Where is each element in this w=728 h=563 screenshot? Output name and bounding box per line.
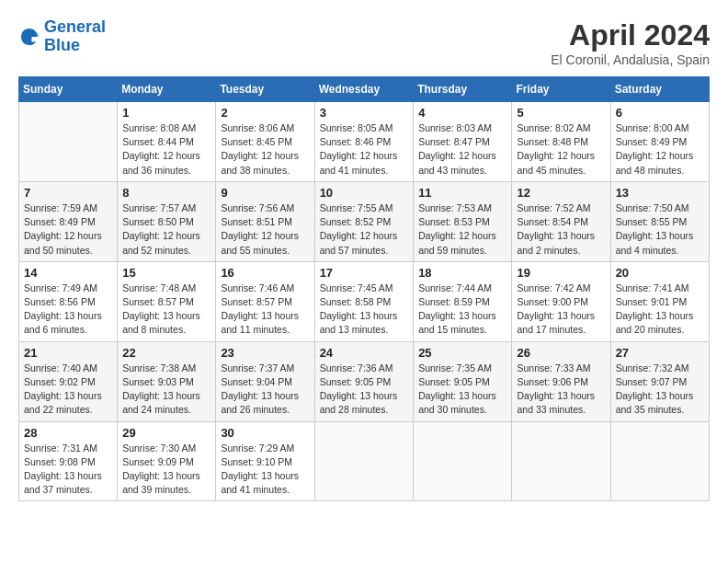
week-row-5: 28Sunrise: 7:31 AM Sunset: 9:08 PM Dayli… (19, 421, 710, 501)
column-header-tuesday: Tuesday (216, 77, 314, 102)
calendar-table: SundayMondayTuesdayWednesdayThursdayFrid… (18, 76, 710, 501)
day-info: Sunrise: 7:49 AM Sunset: 8:56 PM Dayligh… (24, 282, 112, 338)
day-info: Sunrise: 7:46 AM Sunset: 8:57 PM Dayligh… (221, 282, 309, 338)
day-number: 10 (320, 186, 409, 200)
calendar-cell: 2Sunrise: 8:06 AM Sunset: 8:45 PM Daylig… (216, 102, 314, 182)
week-row-2: 7Sunrise: 7:59 AM Sunset: 8:49 PM Daylig… (19, 181, 710, 261)
day-info: Sunrise: 7:45 AM Sunset: 8:58 PM Dayligh… (320, 282, 409, 338)
day-info: Sunrise: 8:08 AM Sunset: 8:44 PM Dayligh… (122, 121, 210, 178)
calendar-cell: 15Sunrise: 7:48 AM Sunset: 8:57 PM Dayli… (118, 261, 216, 341)
day-info: Sunrise: 7:56 AM Sunset: 8:51 PM Dayligh… (221, 201, 309, 258)
day-info: Sunrise: 7:31 AM Sunset: 9:08 PM Dayligh… (24, 442, 112, 498)
day-number: 5 (517, 106, 605, 120)
calendar-cell: 26Sunrise: 7:33 AM Sunset: 9:06 PM Dayli… (512, 341, 610, 421)
day-number: 7 (24, 186, 112, 200)
day-info: Sunrise: 7:52 AM Sunset: 8:54 PM Dayligh… (517, 201, 605, 258)
column-header-saturday: Saturday (610, 77, 709, 102)
day-number: 4 (418, 106, 506, 120)
day-info: Sunrise: 7:42 AM Sunset: 9:00 PM Dayligh… (517, 282, 605, 338)
title-block: April 2024 El Coronil, Andalusia, Spain (551, 18, 710, 67)
day-info: Sunrise: 7:57 AM Sunset: 8:50 PM Dayligh… (122, 201, 210, 258)
calendar-cell: 17Sunrise: 7:45 AM Sunset: 8:58 PM Dayli… (314, 261, 414, 341)
day-number: 15 (122, 266, 210, 280)
day-info: Sunrise: 8:06 AM Sunset: 8:45 PM Dayligh… (221, 121, 309, 178)
calendar-cell: 25Sunrise: 7:35 AM Sunset: 9:05 PM Dayli… (414, 341, 512, 421)
column-header-sunday: Sunday (19, 77, 118, 102)
day-info: Sunrise: 8:00 AM Sunset: 8:49 PM Dayligh… (616, 121, 704, 178)
day-number: 21 (24, 346, 112, 360)
calendar-cell: 29Sunrise: 7:30 AM Sunset: 9:09 PM Dayli… (118, 421, 216, 501)
day-info: Sunrise: 7:55 AM Sunset: 8:52 PM Dayligh… (320, 201, 409, 258)
calendar-subtitle: El Coronil, Andalusia, Spain (551, 52, 710, 67)
day-number: 27 (616, 346, 704, 360)
day-number: 29 (122, 426, 210, 440)
calendar-cell: 20Sunrise: 7:41 AM Sunset: 9:01 PM Dayli… (610, 261, 709, 341)
calendar-cell: 6Sunrise: 8:00 AM Sunset: 8:49 PM Daylig… (610, 102, 709, 182)
day-number: 1 (122, 106, 210, 120)
calendar-cell: 9Sunrise: 7:56 AM Sunset: 8:51 PM Daylig… (216, 181, 314, 261)
column-header-thursday: Thursday (414, 77, 512, 102)
calendar-cell: 14Sunrise: 7:49 AM Sunset: 8:56 PM Dayli… (19, 261, 118, 341)
header: General Blue April 2024 El Coronil, Anda… (18, 18, 710, 67)
calendar-cell: 21Sunrise: 7:40 AM Sunset: 9:02 PM Dayli… (19, 341, 118, 421)
day-info: Sunrise: 7:36 AM Sunset: 9:05 PM Dayligh… (320, 362, 409, 418)
day-number: 25 (418, 346, 506, 360)
day-number: 23 (221, 346, 309, 360)
day-info: Sunrise: 7:44 AM Sunset: 8:59 PM Dayligh… (418, 282, 506, 338)
day-number: 8 (122, 186, 210, 200)
day-info: Sunrise: 7:29 AM Sunset: 9:10 PM Dayligh… (221, 442, 309, 498)
calendar-cell: 1Sunrise: 8:08 AM Sunset: 8:44 PM Daylig… (118, 102, 216, 182)
day-info: Sunrise: 7:53 AM Sunset: 8:53 PM Dayligh… (418, 201, 506, 258)
day-info: Sunrise: 8:02 AM Sunset: 8:48 PM Dayligh… (517, 121, 605, 178)
day-info: Sunrise: 7:41 AM Sunset: 9:01 PM Dayligh… (616, 282, 704, 338)
calendar-cell: 18Sunrise: 7:44 AM Sunset: 8:59 PM Dayli… (414, 261, 512, 341)
column-header-friday: Friday (512, 77, 610, 102)
calendar-cell (414, 421, 512, 501)
calendar-cell: 28Sunrise: 7:31 AM Sunset: 9:08 PM Dayli… (19, 421, 118, 501)
day-info: Sunrise: 7:48 AM Sunset: 8:57 PM Dayligh… (122, 282, 210, 338)
logo: General Blue (18, 18, 106, 55)
day-number: 2 (221, 106, 309, 120)
day-info: Sunrise: 7:30 AM Sunset: 9:09 PM Dayligh… (122, 442, 210, 498)
day-info: Sunrise: 8:05 AM Sunset: 8:46 PM Dayligh… (320, 121, 409, 178)
column-header-monday: Monday (118, 77, 216, 102)
day-info: Sunrise: 7:35 AM Sunset: 9:05 PM Dayligh… (418, 362, 506, 418)
calendar-cell (19, 102, 118, 182)
day-number: 14 (24, 266, 112, 280)
week-row-3: 14Sunrise: 7:49 AM Sunset: 8:56 PM Dayli… (19, 261, 710, 341)
calendar-title: April 2024 (551, 18, 710, 52)
calendar-cell: 4Sunrise: 8:03 AM Sunset: 8:47 PM Daylig… (414, 102, 512, 182)
day-number: 16 (221, 266, 309, 280)
day-info: Sunrise: 7:59 AM Sunset: 8:49 PM Dayligh… (24, 201, 112, 258)
day-info: Sunrise: 8:03 AM Sunset: 8:47 PM Dayligh… (418, 121, 506, 178)
calendar-cell: 8Sunrise: 7:57 AM Sunset: 8:50 PM Daylig… (118, 181, 216, 261)
calendar-cell (610, 421, 709, 501)
calendar-cell (512, 421, 610, 501)
logo-icon (18, 26, 40, 48)
day-info: Sunrise: 7:38 AM Sunset: 9:03 PM Dayligh… (122, 362, 210, 418)
calendar-cell: 22Sunrise: 7:38 AM Sunset: 9:03 PM Dayli… (118, 341, 216, 421)
day-number: 24 (320, 346, 409, 360)
day-info: Sunrise: 7:33 AM Sunset: 9:06 PM Dayligh… (517, 362, 605, 418)
day-info: Sunrise: 7:50 AM Sunset: 8:55 PM Dayligh… (616, 201, 704, 258)
calendar-cell: 12Sunrise: 7:52 AM Sunset: 8:54 PM Dayli… (512, 181, 610, 261)
day-number: 19 (517, 266, 605, 280)
calendar-cell: 30Sunrise: 7:29 AM Sunset: 9:10 PM Dayli… (216, 421, 314, 501)
calendar-header-row: SundayMondayTuesdayWednesdayThursdayFrid… (19, 77, 710, 102)
day-number: 20 (616, 266, 704, 280)
logo-text: General Blue (44, 18, 106, 55)
day-info: Sunrise: 7:40 AM Sunset: 9:02 PM Dayligh… (24, 362, 112, 418)
day-number: 13 (616, 186, 704, 200)
calendar-cell: 27Sunrise: 7:32 AM Sunset: 9:07 PM Dayli… (610, 341, 709, 421)
day-number: 18 (418, 266, 506, 280)
day-number: 6 (616, 106, 704, 120)
calendar-cell: 24Sunrise: 7:36 AM Sunset: 9:05 PM Dayli… (314, 341, 414, 421)
day-number: 30 (221, 426, 309, 440)
day-number: 26 (517, 346, 605, 360)
day-info: Sunrise: 7:37 AM Sunset: 9:04 PM Dayligh… (221, 362, 309, 418)
week-row-4: 21Sunrise: 7:40 AM Sunset: 9:02 PM Dayli… (19, 341, 710, 421)
day-info: Sunrise: 7:32 AM Sunset: 9:07 PM Dayligh… (616, 362, 704, 418)
calendar-cell: 5Sunrise: 8:02 AM Sunset: 8:48 PM Daylig… (512, 102, 610, 182)
calendar-cell: 7Sunrise: 7:59 AM Sunset: 8:49 PM Daylig… (19, 181, 118, 261)
calendar-cell: 23Sunrise: 7:37 AM Sunset: 9:04 PM Dayli… (216, 341, 314, 421)
